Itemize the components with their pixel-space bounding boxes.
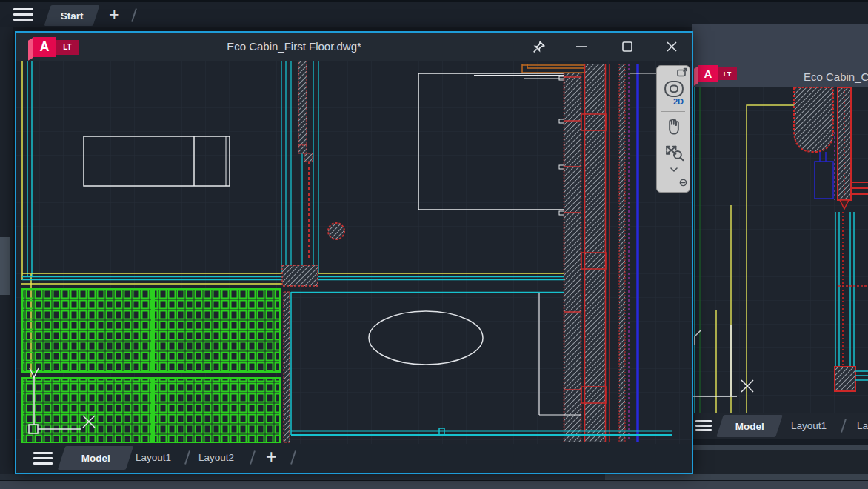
nav-more-icon[interactable] <box>670 167 678 173</box>
background-horizontal-scrollbar[interactable] <box>692 445 868 450</box>
layout-tabbar: Model Layout1 Layout2 + <box>16 444 692 473</box>
autocad-lt-logo: A LT <box>698 65 737 82</box>
tab-separator <box>250 450 256 465</box>
nav-mini-wheel-icon[interactable] <box>676 67 688 79</box>
maximize-button[interactable] <box>616 36 638 57</box>
left-edge-panel <box>0 27 13 474</box>
tab-separator <box>184 450 190 465</box>
close-icon <box>666 41 678 53</box>
nav-zoom-icon[interactable] <box>661 139 687 164</box>
floating-document-window[interactable]: A LT Eco Cabin_First Floor.dwg* <box>15 31 693 474</box>
tab-layout2-background[interactable]: La <box>857 420 868 431</box>
tab-separator <box>841 419 847 433</box>
background-window-title: Eco Cabin_C <box>804 70 868 83</box>
tab-model-background[interactable]: Model <box>716 415 783 437</box>
background-window-titlebar: A LT Eco Cabin_C <box>692 24 868 87</box>
floor-plan-drawing <box>16 61 692 444</box>
tab-model[interactable]: Model <box>58 446 133 470</box>
new-layout-button[interactable]: + <box>266 449 277 464</box>
tab-separator <box>290 450 296 465</box>
maximize-icon <box>621 41 633 53</box>
background-window-strip <box>692 439 868 445</box>
nav-pan-icon[interactable] <box>662 113 686 137</box>
tab-layout1-background[interactable]: Layout1 <box>791 420 827 431</box>
background-layout-tabbar: Model Layout1 La <box>692 413 868 439</box>
pin-button[interactable] <box>527 36 550 57</box>
minimize-button[interactable] <box>570 36 592 57</box>
navbar-divider <box>661 111 685 112</box>
minimize-icon <box>575 41 587 53</box>
autocad-logo-letter: A <box>698 65 718 82</box>
nav-2d-wheel-icon[interactable] <box>661 79 687 99</box>
document-titlebar[interactable]: A LT Eco Cabin_First Floor.dwg* <box>16 33 692 61</box>
bottom-scrollbar-thumb[interactable] <box>605 474 868 480</box>
background-drawing <box>692 87 868 413</box>
close-button[interactable] <box>661 36 683 57</box>
tab-layout2[interactable]: Layout2 <box>198 452 234 463</box>
app-menu-icon[interactable] <box>13 8 33 21</box>
nav-customize-icon[interactable] <box>678 178 688 187</box>
bottom-status-strip <box>0 480 868 489</box>
background-window-lower-area <box>692 450 868 474</box>
start-tab-label: Start <box>61 10 84 21</box>
autocad-logo-letter: A <box>33 37 56 57</box>
layout-menu-icon[interactable] <box>33 452 53 465</box>
background-document-window[interactable]: A LT Eco Cabin_C <box>692 24 868 474</box>
autocad-lt-badge: LT <box>718 67 737 80</box>
autocad-lt-badge: LT <box>56 40 79 55</box>
nav-2d-wheel-badge: 2D <box>673 97 684 106</box>
left-edge-highlight <box>0 237 10 295</box>
application-top-bar: Start + <box>0 0 868 27</box>
green-panels[interactable] <box>22 289 280 442</box>
autocad-lt-logo: A LT <box>33 37 79 57</box>
new-tab-button[interactable]: + <box>109 7 120 21</box>
background-drawing-canvas[interactable] <box>692 87 868 413</box>
model-tab-label: Model <box>81 453 110 464</box>
tab-start[interactable]: Start <box>44 5 99 26</box>
model-tab-label: Model <box>735 421 764 432</box>
tab-separator <box>131 8 137 22</box>
pin-icon <box>533 41 545 53</box>
tab-layout1[interactable]: Layout1 <box>136 452 171 463</box>
navigation-bar[interactable]: 2D <box>656 65 690 193</box>
layout-menu-icon[interactable] <box>695 420 712 431</box>
bottom-scrollbar-track[interactable] <box>0 474 605 480</box>
document-title: Eco Cabin_First Floor.dwg* <box>227 40 361 53</box>
drawing-canvas[interactable]: 2D <box>16 61 692 444</box>
column-circle-entity[interactable] <box>328 223 344 239</box>
